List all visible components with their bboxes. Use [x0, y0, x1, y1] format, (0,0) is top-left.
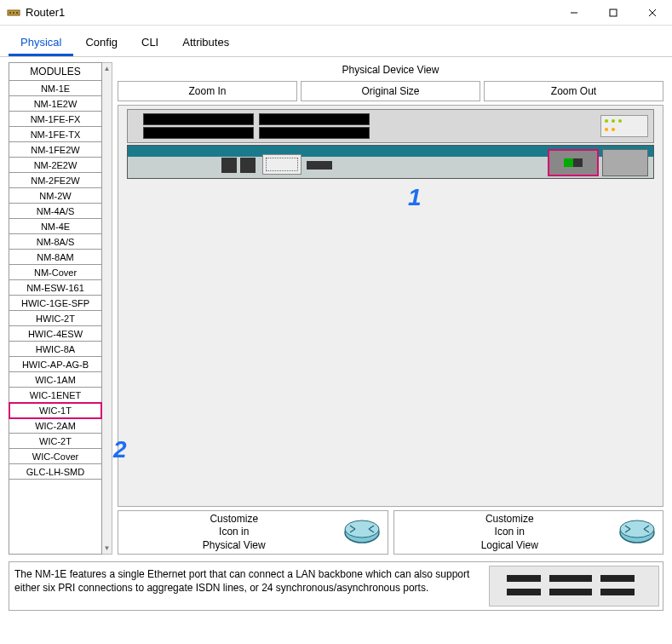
module-item[interactable]: WIC-1AM: [9, 372, 101, 388]
window-title: Router1: [26, 6, 554, 19]
close-button[interactable]: [633, 0, 672, 26]
zoom-in-button[interactable]: Zoom In: [118, 81, 297, 101]
module-item[interactable]: NM-2E2W: [9, 158, 101, 173]
module-slot[interactable]: [259, 113, 370, 125]
scroll-up-icon[interactable]: ▲: [102, 63, 112, 74]
console-port[interactable]: [221, 158, 237, 173]
module-item[interactable]: GLC-LH-SMD: [9, 464, 101, 480]
tab-cli[interactable]: CLI: [129, 31, 170, 56]
module-list: MODULES NM-1ENM-1E2WNM-1FE-FXNM-1FE-TXNM…: [9, 62, 102, 555]
aux-port[interactable]: [240, 158, 256, 173]
module-item[interactable]: HWIC-AP-AG-B: [9, 357, 101, 372]
customize-logical-label: Customize Icon in Logical View: [401, 513, 619, 553]
physical-device-view[interactable]: 1: [118, 105, 663, 507]
svg-point-11: [620, 520, 654, 538]
module-item[interactable]: NM-4A/S: [9, 204, 101, 219]
svg-point-3: [16, 12, 18, 14]
module-slot[interactable]: [143, 127, 254, 139]
module-item[interactable]: NM-8A/S: [9, 234, 101, 250]
svg-point-2: [13, 12, 14, 14]
module-item[interactable]: HWIC-8A: [9, 342, 101, 357]
module-slot[interactable]: [143, 113, 254, 125]
scroll-down-icon[interactable]: ▼: [102, 543, 112, 554]
right-panel: Physical Device View Zoom In Original Si…: [118, 62, 663, 555]
module-item[interactable]: WIC-2T: [9, 434, 101, 449]
router-icon: [343, 517, 381, 548]
module-preview-image: [489, 566, 659, 607]
window-controls: [554, 0, 672, 26]
module-item[interactable]: WIC-1T: [9, 403, 101, 418]
tab-attributes[interactable]: Attributes: [170, 31, 241, 56]
module-item[interactable]: NM-2FE2W: [9, 173, 101, 188]
module-item[interactable]: NM-1E2W: [9, 96, 101, 112]
tab-physical[interactable]: Physical: [9, 31, 73, 56]
module-item[interactable]: NM-ESW-161: [9, 280, 101, 296]
power-supply: [602, 149, 648, 176]
maximize-button[interactable]: [594, 0, 633, 26]
module-item[interactable]: NM-4E: [9, 219, 101, 234]
annotation-2: 2: [113, 436, 127, 463]
customize-logical-button[interactable]: Customize Icon in Logical View: [393, 510, 664, 555]
module-item[interactable]: HWIC-1GE-SFP: [9, 296, 101, 311]
module-item[interactable]: NM-1FE-FX: [9, 112, 101, 127]
window-titlebar: Router1: [0, 0, 672, 26]
module-item[interactable]: NM-2W: [9, 188, 101, 204]
main-area: MODULES NM-1ENM-1E2WNM-1FE-FXNM-1FE-TXNM…: [0, 57, 672, 555]
power-switch[interactable]: [564, 158, 583, 167]
module-panel: MODULES NM-1ENM-1E2WNM-1FE-FXNM-1FE-TXNM…: [9, 62, 112, 555]
zoom-out-button[interactable]: Zoom Out: [484, 81, 663, 101]
module-item[interactable]: NM-1E: [9, 81, 101, 96]
module-item[interactable]: NM-1FE2W: [9, 142, 101, 158]
svg-point-1: [9, 12, 11, 14]
module-item[interactable]: WIC-2AM: [9, 418, 101, 434]
annotation-1: 1: [408, 184, 422, 211]
tab-bar: Physical Config CLI Attributes: [0, 26, 672, 57]
customize-row: Customize Icon in Physical View Customiz…: [118, 510, 663, 555]
app-icon: [7, 6, 20, 20]
module-description: The NM-1E features a single Ethernet por…: [13, 566, 482, 607]
power-switch-area[interactable]: [548, 149, 599, 176]
svg-rect-5: [610, 9, 617, 16]
module-item[interactable]: NM-8AM: [9, 250, 101, 265]
expansion-chassis[interactable]: [127, 109, 654, 143]
tab-config[interactable]: Config: [73, 31, 129, 56]
zoom-controls: Zoom In Original Size Zoom Out: [118, 81, 663, 101]
router-chassis[interactable]: [127, 145, 654, 179]
minimize-button[interactable]: [554, 0, 594, 26]
svg-point-9: [345, 520, 379, 538]
ethernet-ports[interactable]: [307, 161, 332, 170]
module-item[interactable]: NM-Cover: [9, 265, 101, 280]
original-size-button[interactable]: Original Size: [301, 81, 480, 101]
module-list-header: MODULES: [9, 63, 101, 81]
module-item[interactable]: WIC-1ENET: [9, 388, 101, 403]
led-panel: [600, 115, 648, 137]
wic-slot[interactable]: [262, 154, 302, 175]
module-item[interactable]: NM-1FE-TX: [9, 127, 101, 142]
module-item[interactable]: HWIC-4ESW: [9, 326, 101, 342]
router-icon: [618, 517, 656, 548]
customize-physical-label: Customize Icon in Physical View: [125, 513, 343, 553]
module-item[interactable]: HWIC-2T: [9, 311, 101, 326]
module-scrollbar[interactable]: ▲ ▼: [102, 62, 112, 555]
customize-physical-button[interactable]: Customize Icon in Physical View: [118, 510, 388, 555]
module-item[interactable]: WIC-Cover: [9, 449, 101, 464]
device-view-title: Physical Device View: [118, 62, 663, 78]
module-slot[interactable]: [259, 127, 370, 139]
description-panel: The NM-1E features a single Ethernet por…: [9, 561, 663, 611]
